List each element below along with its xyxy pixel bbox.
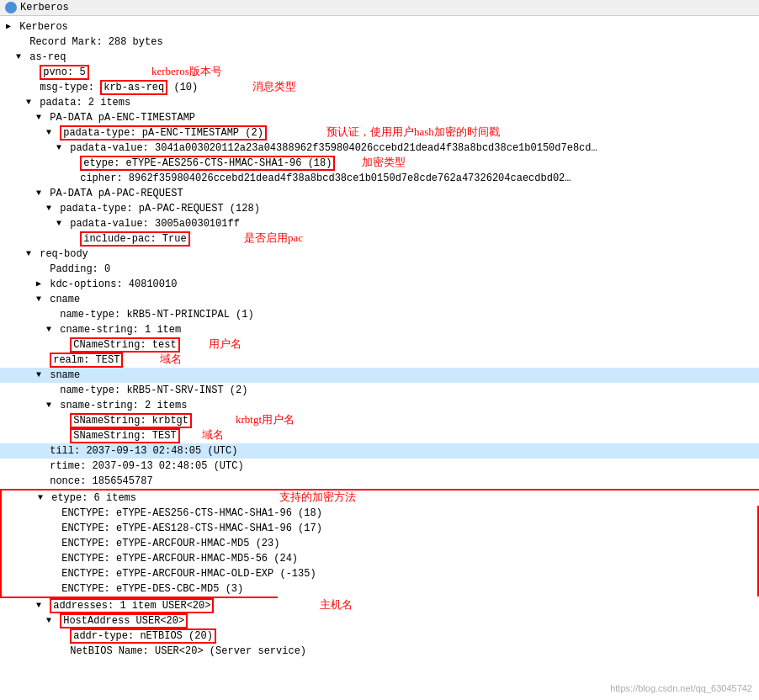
toggle-kerberos[interactable]: ▶ — [3, 20, 13, 34]
kdc-options-row[interactable]: ▶ kdc-options: 40810010 — [0, 277, 759, 292]
netbios-row: NetBIOS Name: USER<20> (Server service) — [0, 644, 759, 659]
msg-type-label: msg-type: krb-as-req (10) — [34, 81, 198, 94]
rtime-row: rtime: 2037-09-13 02:48:05 (UTC) — [0, 459, 759, 474]
enc3-row: ENCTYPE: eTYPE-ARCFOUR-HMAC-MD5 (23) — [2, 536, 757, 551]
padata-row[interactable]: ▼ padata: 2 items — [0, 95, 759, 110]
sname-row[interactable]: ▼ sname — [0, 368, 759, 383]
req-body-label: req-body — [34, 247, 88, 261]
padata-type-pac-label: padata-type: pA-PAC-REQUEST (128) — [54, 202, 260, 215]
msg-type-annotation: 消息类型 — [252, 80, 296, 93]
netbios-label: NetBIOS Name: USER<20> (Server service) — [64, 644, 306, 658]
include-pac-label: include-pac: True — [74, 232, 190, 246]
cname-string-val-row: CNameString: test 用户名 — [0, 337, 759, 353]
realm-annotation: 域名 — [160, 353, 182, 366]
sname-test-label: SNameString: TEST — [64, 429, 180, 443]
sname-krbtgt-boxed: SNameString: krbtgt — [70, 413, 192, 428]
padata-value-enc-label: padata-value: 3041a003020112a23a04388962… — [64, 141, 597, 155]
kerberos-label: Kerberos — [13, 20, 68, 34]
toggle-padata-value-pac[interactable]: ▼ — [54, 217, 64, 231]
record-mark: Record Mark: 288 bytes — [0, 34, 759, 50]
realm-label: realm: TEST — [44, 353, 123, 367]
toggle-hostaddress[interactable]: ▼ — [44, 614, 54, 628]
cipher-label: cipher: 8962f359804026ccebd21dead4f38a8b… — [74, 172, 571, 185]
toggle-pa-pac[interactable]: ▼ — [34, 187, 44, 200]
as-req[interactable]: ▼ as-req — [0, 50, 759, 65]
toggle-pa-enc[interactable]: ▼ — [34, 111, 44, 125]
etype-enc-row: etype: eTYPE-AES256-CTS-HMAC-SHA1-96 (18… — [0, 156, 759, 171]
name-type-label: name-type: kRB5-NT-PRINCIPAL (1) — [54, 308, 254, 321]
nonce-label: nonce: 1856545787 — [44, 475, 153, 488]
enc3-label: ENCTYPE: eTYPE-ARCFOUR-HMAC-MD5 (23) — [56, 537, 279, 550]
username-annotation: 用户名 — [209, 337, 242, 351]
toggle-etype-list[interactable]: ▼ — [35, 491, 45, 505]
addr-type-label: addr-type: nETBIOS (20) — [64, 629, 216, 643]
pa-data-enc-row[interactable]: ▼ PA-DATA pA-ENC-TIMESTAMP — [0, 110, 759, 125]
enc1-row: ENCTYPE: eTYPE-AES256-CTS-HMAC-SHA1-96 (… — [2, 506, 757, 521]
pac-annotation: 是否启用pac — [244, 231, 303, 245]
pa-data-enc-label: PA-DATA pA-ENC-TIMESTAMP — [44, 111, 195, 125]
sname-krbtgt-row: SNameString: krbtgt krbtgt用户名 — [0, 413, 759, 428]
addresses-row[interactable]: ▼ addresses: 1 item USER<20> 主机名 — [0, 598, 759, 613]
kerberos-root[interactable]: ▶ Kerberos — [0, 19, 759, 34]
pa-data-pac-label: PA-DATA pA-PAC-REQUEST — [44, 187, 183, 200]
padding-label: Padding: 0 — [44, 262, 110, 276]
padata-type-pac-row[interactable]: ▼ padata-type: pA-PAC-REQUEST (128) — [0, 201, 759, 216]
enc2-row: ENCTYPE: eTYPE-AES128-CTS-HMAC-SHA1-96 (… — [2, 521, 757, 536]
padata-type-enc-row: ▼ padata-type: pA-ENC-TIMESTAMP (2) 预认证，… — [0, 125, 759, 141]
realm-boxed: realm: TEST — [50, 353, 123, 368]
pvno-row: pvno: 5 kerberos版本号 — [0, 65, 759, 80]
msg-type-boxed: krb-as-req — [100, 80, 167, 95]
toggle-req-body[interactable]: ▼ — [24, 247, 34, 261]
enc-type-annotation: 加密类型 — [362, 156, 406, 169]
enc6-row: ENCTYPE: eTYPE-DES-CBC-MD5 (3) — [2, 581, 757, 597]
padata-value-enc-row[interactable]: ▼ padata-value: 3041a003020112a23a043889… — [0, 141, 759, 156]
padata-value-pac-row[interactable]: ▼ padata-value: 3005a0030101ff — [0, 216, 759, 231]
pa-data-pac-row[interactable]: ▼ PA-DATA pA-PAC-REQUEST — [0, 186, 759, 201]
toggle-padata-type-pac[interactable]: ▼ — [44, 202, 54, 215]
cname-string-label: cname-string: 1 item — [54, 323, 181, 337]
toggle-cname[interactable]: ▼ — [34, 293, 44, 306]
cname-label: cname — [44, 293, 80, 306]
hostaddress-label: HostAddress USER<20> — [54, 614, 188, 628]
etype-enc-boxed: etype: eTYPE-AES256-CTS-HMAC-SHA1-96 (18… — [80, 156, 335, 171]
addresses-label: addresses: 1 item USER<20> — [44, 599, 214, 612]
sname-test-row: SNameString: TEST 域名 — [0, 428, 759, 443]
tree-container: ▶ Kerberos Record Mark: 288 bytes ▼ as-r… — [0, 16, 759, 662]
padata-type-enc-label: padata-type: pA-ENC-TIMESTAMP (2) — [54, 126, 267, 140]
sname-string-label: sname-string: 2 items — [54, 399, 187, 412]
toggle-as-req[interactable]: ▼ — [13, 50, 24, 64]
as-req-label: as-req — [24, 50, 66, 64]
pvno-label: pvno: 5 — [34, 66, 89, 79]
toggle-kdc-options[interactable]: ▶ — [34, 278, 44, 291]
app-icon — [5, 2, 17, 13]
toggle-cname-string[interactable]: ▼ — [44, 323, 54, 337]
cname-row[interactable]: ▼ cname — [0, 292, 759, 307]
enc4-row: ENCTYPE: eTYPE-ARCFOUR-HMAC-MD5-56 (24) — [2, 551, 757, 566]
supported-enc-annotation: 支持的加密方法 — [279, 491, 356, 504]
cname-string-row[interactable]: ▼ cname-string: 1 item — [0, 322, 759, 337]
krbtgt-annotation: krbtgt用户名 — [236, 413, 295, 427]
req-body-row[interactable]: ▼ req-body — [0, 247, 759, 262]
toggle-padata[interactable]: ▼ — [24, 96, 34, 109]
etype-items-group: ENCTYPE: eTYPE-AES256-CTS-HMAC-SHA1-96 (… — [0, 506, 759, 597]
etype-list-row[interactable]: ▼ etype: 6 items 支持的加密方法 — [0, 489, 759, 506]
sname-string-row[interactable]: ▼ sname-string: 2 items — [0, 398, 759, 413]
padata-type-enc-boxed: padata-type: pA-ENC-TIMESTAMP (2) — [60, 125, 267, 141]
sname-domain-annotation: 域名 — [202, 428, 224, 442]
enc6-label: ENCTYPE: eTYPE-DES-CBC-MD5 (3) — [56, 582, 243, 596]
toggle-padata-value-enc[interactable]: ▼ — [54, 141, 64, 155]
pvno-annotation: kerberos版本号 — [151, 65, 222, 78]
padata-label: padata: 2 items — [34, 96, 130, 109]
include-pac-row: include-pac: True 是否启用pac — [0, 231, 759, 247]
rtime-label: rtime: 2037-09-13 02:48:05 (UTC) — [44, 459, 244, 473]
toggle-sname[interactable]: ▼ — [34, 369, 44, 382]
enc1-label: ENCTYPE: eTYPE-AES256-CTS-HMAC-SHA1-96 (… — [56, 506, 322, 520]
cname-val-label: CNameString: test — [64, 338, 180, 352]
toggle-padata-type-enc[interactable]: ▼ — [44, 126, 54, 140]
toggle-addresses[interactable]: ▼ — [34, 599, 44, 612]
hostaddress-row[interactable]: ▼ HostAddress USER<20> — [0, 613, 759, 628]
sname-name-type-row: name-type: kRB5-NT-SRV-INST (2) — [0, 383, 759, 398]
cname-val-boxed: CNameString: test — [70, 337, 179, 353]
hostname-annotation: 主机名 — [320, 598, 353, 612]
toggle-sname-string[interactable]: ▼ — [44, 399, 54, 412]
